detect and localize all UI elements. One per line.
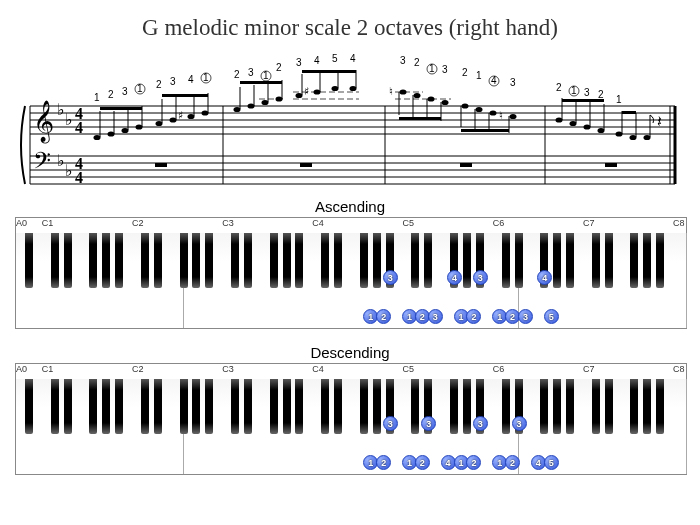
- octave-label: C4: [312, 364, 324, 374]
- black-key: [605, 233, 613, 288]
- octave-label: C6: [493, 218, 505, 228]
- svg-text:4: 4: [75, 119, 83, 136]
- black-key: [283, 233, 291, 288]
- octave-label: C7: [583, 364, 595, 374]
- octave-label: C2: [132, 364, 144, 374]
- black-key: [553, 379, 561, 434]
- black-key: [25, 233, 33, 288]
- svg-text:2: 2: [108, 89, 114, 100]
- svg-text:2: 2: [462, 67, 468, 78]
- svg-point-134: [630, 135, 637, 140]
- black-key: [102, 233, 110, 288]
- finger-marker: 3: [512, 416, 527, 431]
- svg-point-32: [108, 131, 115, 136]
- svg-text:3: 3: [296, 57, 302, 68]
- finger-marker: 3: [473, 270, 488, 285]
- svg-text:4: 4: [188, 74, 194, 85]
- svg-point-103: [476, 107, 483, 112]
- svg-point-69: [296, 93, 303, 98]
- svg-text:1: 1: [137, 83, 143, 94]
- svg-point-30: [94, 135, 101, 140]
- black-key: [656, 233, 664, 288]
- svg-rect-38: [100, 107, 142, 110]
- black-key: [321, 379, 329, 434]
- black-key: [192, 379, 200, 434]
- svg-point-101: [462, 103, 469, 108]
- black-key: [25, 379, 33, 434]
- octave-label: C8: [673, 364, 685, 374]
- black-key: [515, 233, 523, 288]
- svg-text:♮: ♮: [389, 85, 393, 97]
- black-key: [180, 233, 188, 288]
- black-key: [295, 233, 303, 288]
- black-key: [643, 379, 651, 434]
- black-key: [64, 379, 72, 434]
- black-key: [89, 379, 97, 434]
- black-key: [180, 379, 188, 434]
- svg-text:4: 4: [75, 169, 83, 186]
- svg-rect-136: [622, 111, 636, 114]
- black-key: [630, 233, 638, 288]
- white-key: [673, 379, 687, 474]
- svg-text:1: 1: [571, 85, 577, 96]
- svg-rect-28: [460, 163, 472, 167]
- svg-text:♯: ♯: [178, 109, 183, 121]
- svg-text:𝄞: 𝄞: [33, 100, 54, 144]
- black-key: [411, 379, 419, 434]
- black-key: [205, 233, 213, 288]
- octave-label: C4: [312, 218, 324, 228]
- svg-text:3: 3: [122, 86, 128, 97]
- black-key: [360, 233, 368, 288]
- black-key: [553, 233, 561, 288]
- svg-point-124: [570, 121, 577, 126]
- black-key: [51, 379, 59, 434]
- svg-text:5: 5: [332, 53, 338, 64]
- svg-text:4: 4: [314, 55, 320, 66]
- finger-marker: 3: [383, 270, 398, 285]
- octave-label: C5: [403, 364, 415, 374]
- descending-label: Descending: [15, 344, 685, 361]
- black-key: [630, 379, 638, 434]
- octave-label: C6: [493, 364, 505, 374]
- svg-text:3: 3: [584, 87, 590, 98]
- black-key: [283, 379, 291, 434]
- black-key: [231, 379, 239, 434]
- black-key: [592, 379, 600, 434]
- black-key: [102, 379, 110, 434]
- svg-rect-100: [399, 117, 441, 120]
- white-key: [673, 233, 687, 328]
- svg-rect-27: [300, 163, 312, 167]
- svg-text:2: 2: [156, 79, 162, 90]
- octave-label: C1: [42, 364, 54, 374]
- svg-point-98: [442, 100, 449, 105]
- black-key: [656, 379, 664, 434]
- black-key: [502, 233, 510, 288]
- svg-text:4: 4: [350, 53, 356, 64]
- svg-text:2: 2: [414, 57, 420, 68]
- svg-point-74: [332, 86, 339, 91]
- black-key: [566, 379, 574, 434]
- svg-rect-68: [240, 81, 282, 84]
- svg-point-109: [510, 114, 517, 119]
- black-key: [605, 379, 613, 434]
- black-key: [502, 379, 510, 434]
- finger-marker: 3: [518, 309, 533, 324]
- black-key: [334, 379, 342, 434]
- svg-text:♮: ♮: [499, 109, 503, 121]
- svg-point-34: [122, 128, 129, 133]
- svg-rect-29: [605, 163, 617, 167]
- svg-point-39: [156, 121, 163, 126]
- octave-label: A0: [16, 364, 27, 374]
- octave-label: C2: [132, 218, 144, 228]
- black-key: [231, 233, 239, 288]
- finger-marker: 2: [505, 455, 520, 470]
- svg-text:♭: ♭: [57, 152, 65, 169]
- black-key: [270, 233, 278, 288]
- keyboard-descending: A0C1C2C3C4C5C6C7C8123123412312345: [15, 363, 687, 475]
- black-key: [115, 379, 123, 434]
- svg-text:4: 4: [491, 75, 497, 86]
- finger-marker: 3: [473, 416, 488, 431]
- svg-text:2: 2: [234, 69, 240, 80]
- svg-text:1: 1: [203, 72, 209, 83]
- black-key: [154, 233, 162, 288]
